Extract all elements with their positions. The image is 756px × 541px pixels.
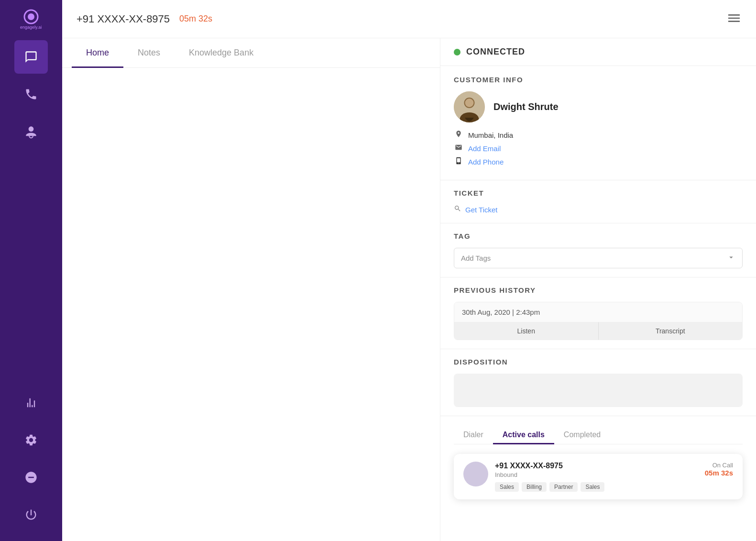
svg-point-1: [28, 13, 34, 20]
customer-info-section: CUSTOMER INFO Dwight Shrute: [440, 66, 756, 180]
history-section: PREVIOUS HISTORY 30th Aug, 2020 | 2:43pm…: [440, 277, 756, 349]
call-tag-partner: Partner: [549, 482, 578, 492]
ticket-section: TICKET Get Ticket: [440, 180, 756, 223]
avatar: [454, 91, 485, 122]
call-timer: 05m 32s: [179, 14, 212, 24]
sidebar-item-power[interactable]: [14, 498, 48, 531]
main-content: +91 XXXX-XX-8975 05m 32s Home Notes Know…: [62, 0, 756, 541]
menu-icon[interactable]: [726, 11, 742, 28]
phone-icon: [454, 157, 463, 166]
main-tabs: Home Notes Knowledge Bank: [62, 38, 440, 68]
listen-button[interactable]: Listen: [454, 322, 599, 340]
history-title: PREVIOUS HISTORY: [454, 286, 743, 294]
tag-section: TAG Add Tags: [440, 223, 756, 277]
customer-location-text: Mumbai, India: [468, 131, 513, 139]
phone-number: +91 XXXX-XX-8975: [77, 13, 170, 25]
left-panel: Home Notes Knowledge Bank: [62, 38, 440, 541]
call-info: +91 XXXX-XX-8975 Inbound Sales Billing P…: [495, 462, 705, 492]
tab-active-calls[interactable]: Active calls: [493, 426, 554, 444]
call-avatar: [463, 462, 488, 486]
customer-profile: Dwight Shrute: [454, 91, 743, 122]
call-status: On Call 05m 32s: [705, 462, 733, 477]
call-card: +91 XXXX-XX-8975 Inbound Sales Billing P…: [454, 454, 743, 499]
disposition-section: DISPOSITION: [440, 349, 756, 416]
connected-status: CONNECTED: [466, 47, 525, 57]
topbar: +91 XXXX-XX-8975 05m 32s: [62, 0, 756, 38]
customer-phone: Add Phone: [454, 157, 743, 166]
home-content: [62, 68, 440, 541]
search-icon: [454, 205, 461, 214]
customer-location: Mumbai, India: [454, 130, 743, 140]
connected-bar: CONNECTED: [440, 38, 756, 66]
call-phone: +91 XXXX-XX-8975: [495, 462, 705, 470]
sidebar-item-agent[interactable]: [14, 115, 48, 148]
sidebar-item-phone[interactable]: [14, 77, 48, 111]
sidebar: engagely.ai: [0, 0, 62, 541]
call-tags: Sales Billing Partner Sales: [495, 482, 705, 492]
ticket-title: TICKET: [454, 189, 743, 197]
call-tag-sales2: Sales: [581, 482, 604, 492]
location-icon: [454, 130, 463, 140]
svg-text:engagely.ai: engagely.ai: [20, 25, 42, 30]
sidebar-item-chat[interactable]: [14, 40, 48, 74]
call-tag-billing: Billing: [522, 482, 547, 492]
tab-home[interactable]: Home: [72, 38, 123, 67]
customer-info-title: CUSTOMER INFO: [454, 76, 743, 84]
call-status-time: 05m 32s: [705, 469, 733, 477]
connected-dot: [454, 49, 460, 55]
logo: engagely.ai: [12, 5, 50, 33]
get-ticket-link[interactable]: Get Ticket: [454, 205, 743, 214]
tab-dialer[interactable]: Dialer: [454, 426, 493, 444]
tab-notes[interactable]: Notes: [123, 38, 175, 67]
call-direction: Inbound: [495, 471, 705, 478]
tag-dropdown[interactable]: Add Tags: [454, 248, 743, 268]
sidebar-item-block[interactable]: [14, 461, 48, 494]
right-panel: CONNECTED CUSTOMER INFO: [440, 38, 756, 541]
history-actions: Listen Transcript: [454, 322, 742, 340]
add-email-link[interactable]: Add Email: [468, 144, 501, 153]
content-area: Home Notes Knowledge Bank CONNECTED C: [62, 38, 756, 541]
transcript-button[interactable]: Transcript: [599, 322, 743, 340]
call-tag-sales1: Sales: [495, 482, 519, 492]
tag-title: TAG: [454, 232, 743, 240]
bottom-panel: Dialer Active calls Completed +91 XXXX-X…: [440, 416, 756, 509]
disposition-title: DISPOSITION: [454, 358, 743, 366]
history-card: 30th Aug, 2020 | 2:43pm Listen Transcrip…: [454, 302, 743, 340]
customer-name: Dwight Shrute: [493, 101, 559, 112]
tab-knowledge-bank[interactable]: Knowledge Bank: [175, 38, 268, 67]
chevron-down-icon: [727, 253, 735, 263]
svg-point-8: [465, 99, 474, 107]
customer-email: Add Email: [454, 144, 743, 153]
bottom-tabs: Dialer Active calls Completed: [454, 426, 743, 444]
tab-completed[interactable]: Completed: [554, 426, 610, 444]
call-status-label: On Call: [705, 462, 733, 469]
history-date: 30th Aug, 2020 | 2:43pm: [454, 302, 742, 322]
email-icon: [454, 144, 463, 153]
tag-placeholder: Add Tags: [461, 254, 491, 262]
sidebar-item-settings[interactable]: [14, 423, 48, 457]
disposition-box[interactable]: [454, 374, 743, 407]
add-phone-link[interactable]: Add Phone: [468, 158, 504, 166]
sidebar-item-analytics[interactable]: [14, 386, 48, 420]
